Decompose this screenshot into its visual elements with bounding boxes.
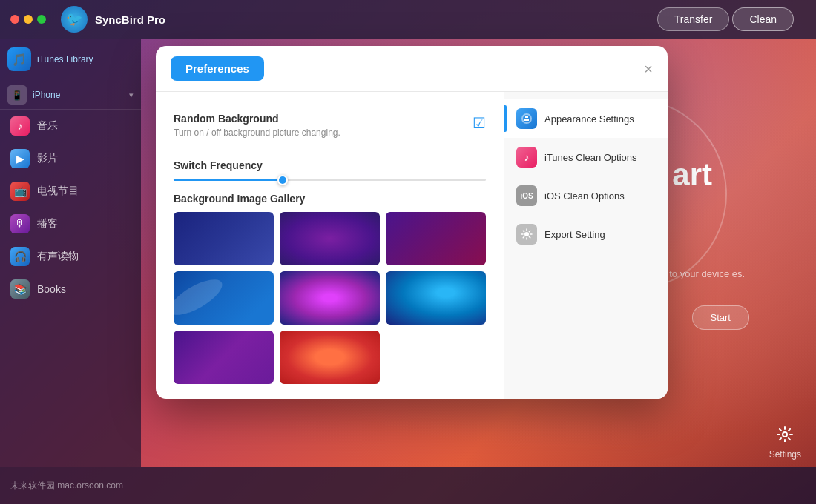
export-icon bbox=[516, 224, 537, 245]
app-title: SyncBird Pro bbox=[95, 13, 165, 26]
gallery-item-6[interactable] bbox=[386, 271, 486, 325]
sidebar: 🎵 iTunes Library 📱 iPhone ▾ ♪ 音乐 ▶ 影片 📺 … bbox=[0, 39, 141, 467]
transfer-button[interactable]: Transfer bbox=[657, 7, 730, 31]
gallery-item-4[interactable] bbox=[174, 271, 274, 325]
dialog-left-panel: Random Background Turn on / off backgrou… bbox=[156, 92, 504, 399]
sidebar-header: 🎵 iTunes Library bbox=[0, 39, 141, 76]
slider-fill bbox=[174, 179, 283, 181]
right-menu-export[interactable]: Export Setting bbox=[504, 215, 668, 253]
right-menu-ios[interactable]: iOS iOS Clean Options bbox=[504, 176, 668, 215]
sidebar-item-tv-label: 电视节目 bbox=[37, 185, 79, 198]
sidebar-item-podcast-label: 播客 bbox=[37, 217, 58, 231]
sidebar-item-books-label: Books bbox=[37, 283, 66, 295]
right-menu-appearance[interactable]: Appearance Settings bbox=[504, 99, 668, 138]
svg-point-1 bbox=[524, 232, 529, 236]
slider-thumb[interactable] bbox=[277, 175, 288, 185]
switch-frequency-section: Switch Frequency bbox=[174, 159, 486, 181]
settings-label: Settings bbox=[769, 449, 801, 460]
tv-icon: 📺 bbox=[10, 182, 30, 201]
maximize-traffic-light[interactable] bbox=[37, 15, 46, 24]
frequency-slider[interactable] bbox=[174, 179, 486, 181]
image-gallery bbox=[174, 212, 486, 384]
audiobooks-icon: 🎧 bbox=[10, 247, 30, 266]
close-traffic-light[interactable] bbox=[10, 15, 19, 24]
video-icon: ▶ bbox=[10, 149, 30, 168]
sidebar-item-music[interactable]: ♪ 音乐 bbox=[0, 110, 141, 142]
gallery-item-2[interactable] bbox=[280, 212, 380, 265]
sidebar-item-audiobooks[interactable]: 🎧 有声读物 bbox=[0, 240, 141, 273]
clean-button[interactable]: Clean bbox=[732, 7, 794, 31]
watermark-text: 未来软件园 mac.orsoon.com bbox=[10, 480, 123, 492]
cta-text: art bbox=[672, 157, 712, 193]
itunes-library-icon: 🎵 bbox=[7, 47, 31, 71]
gallery-section: Background Image Gallery bbox=[174, 193, 486, 384]
sidebar-item-podcast[interactable]: 🎙 播客 bbox=[0, 208, 141, 240]
settings-button[interactable]: Settings bbox=[769, 422, 801, 460]
gallery-item-3[interactable] bbox=[386, 212, 486, 265]
sidebar-device[interactable]: 📱 iPhone ▾ bbox=[0, 76, 141, 110]
svg-point-0 bbox=[783, 432, 787, 437]
dialog-close-button[interactable]: × bbox=[644, 62, 653, 76]
random-background-row: Random Background Turn on / off backgrou… bbox=[174, 107, 486, 147]
sidebar-item-video[interactable]: ▶ 影片 bbox=[0, 142, 141, 175]
start-button[interactable]: Start bbox=[692, 305, 749, 330]
appearance-icon bbox=[516, 108, 537, 129]
device-icon: 📱 bbox=[7, 85, 27, 105]
sidebar-item-music-label: 音乐 bbox=[37, 119, 58, 133]
top-action-buttons: Transfer Clean bbox=[657, 7, 794, 31]
appearance-label: Appearance Settings bbox=[544, 113, 634, 125]
sidebar-item-audiobooks-label: 有声读物 bbox=[37, 250, 79, 263]
gallery-item-7[interactable] bbox=[174, 331, 274, 384]
dialog-body: Random Background Turn on / off backgrou… bbox=[156, 92, 668, 399]
dialog-right-panel: Appearance Settings ♪ iTunes Clean Optio… bbox=[504, 92, 668, 399]
gallery-title: Background Image Gallery bbox=[174, 193, 486, 205]
sidebar-item-books[interactable]: 📚 Books bbox=[0, 273, 141, 305]
sidebar-item-video-label: 影片 bbox=[37, 152, 58, 165]
ios-clean-label: iOS Clean Options bbox=[544, 190, 625, 202]
dialog-header: Preferences × bbox=[156, 46, 668, 92]
sidebar-item-tv[interactable]: 📺 电视节目 bbox=[0, 175, 141, 208]
export-label: Export Setting bbox=[544, 229, 605, 240]
itunes-clean-label: iTunes Clean Options bbox=[544, 152, 637, 163]
random-bg-toggle[interactable]: ☑ bbox=[473, 114, 486, 132]
gallery-item-8[interactable] bbox=[280, 331, 380, 384]
minimize-traffic-light[interactable] bbox=[24, 15, 33, 24]
itunes-clean-icon: ♪ bbox=[516, 147, 537, 168]
traffic-lights bbox=[10, 15, 46, 24]
gallery-item-1[interactable] bbox=[174, 212, 274, 265]
slider-track bbox=[174, 179, 486, 181]
device-label: iPhone bbox=[33, 90, 60, 100]
switch-frequency-title: Switch Frequency bbox=[174, 159, 486, 171]
itunes-library-label: iTunes Library bbox=[37, 54, 93, 64]
podcast-icon: 🎙 bbox=[10, 214, 30, 233]
random-bg-desc: Turn on / off background picture changin… bbox=[174, 127, 340, 138]
random-bg-title: Random Background bbox=[174, 113, 340, 125]
preferences-dialog: Preferences × Random Background Turn on … bbox=[156, 46, 668, 399]
gallery-item-5[interactable] bbox=[280, 271, 380, 325]
books-icon: 📚 bbox=[10, 279, 30, 299]
music-icon: ♪ bbox=[10, 116, 30, 136]
random-bg-info: Random Background Turn on / off backgrou… bbox=[174, 113, 340, 138]
right-menu-itunes[interactable]: ♪ iTunes Clean Options bbox=[504, 138, 668, 176]
bottom-bar: 未来软件园 mac.orsoon.com bbox=[0, 467, 816, 504]
preferences-tab[interactable]: Preferences bbox=[171, 56, 264, 81]
app-logo: 🐦 bbox=[61, 6, 88, 33]
active-indicator bbox=[504, 105, 507, 132]
settings-icon bbox=[773, 422, 797, 446]
device-dropdown-arrow[interactable]: ▾ bbox=[129, 90, 134, 100]
ios-clean-icon: iOS bbox=[516, 185, 537, 206]
